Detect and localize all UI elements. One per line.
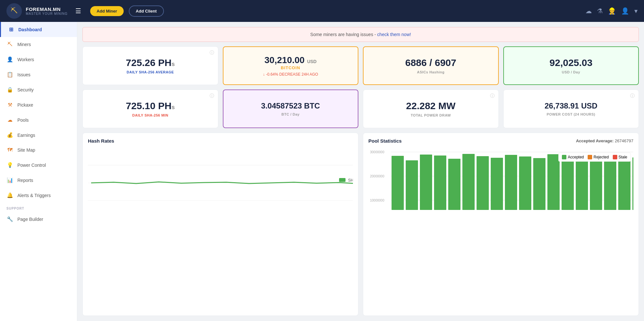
alert-link[interactable]: check them now!: [377, 32, 411, 37]
sidebar-item-label: Reports: [17, 178, 33, 183]
support-section-label: SUPPORT: [0, 203, 77, 212]
info-icon-3[interactable]: ⓘ: [490, 93, 495, 99]
alerts-icon: 🔔: [6, 192, 14, 198]
app-title: FOREMAN.MN: [26, 6, 68, 12]
rejected-label: Rejected: [593, 155, 609, 159]
svg-rect-24: [576, 157, 588, 210]
sitemap-icon: 🗺: [6, 147, 14, 153]
sidebar-item-workers[interactable]: 👤 Workers: [0, 52, 77, 67]
hash-rates-chart: Hash Rates SHA-256: [82, 133, 358, 316]
usd-day-value: 92,025.03: [550, 57, 592, 68]
nav-right-icons: ☁ ⚗ 👷 👤 ▾: [585, 7, 638, 15]
btc-price-value: 30,210.00 USD: [264, 55, 317, 65]
sha256-min-value: 725.10 PHs: [126, 100, 175, 111]
sidebar-item-label: Earnings: [17, 133, 35, 138]
sidebar-item-powercontrol[interactable]: 💡 Power Control: [0, 157, 77, 173]
sidebar-item-label: Page Builder: [17, 217, 43, 222]
svg-rect-25: [590, 156, 602, 210]
stat-card-btc-day: 3.04587523 BTC BTC / Day: [223, 90, 359, 128]
svg-rect-26: [604, 155, 616, 210]
sidebar-item-label: Pickaxe: [17, 102, 33, 108]
sidebar-item-label: Miners: [17, 42, 31, 47]
sha256-avg-value: 725.26 PHs: [126, 57, 175, 68]
sidebar-item-miners[interactable]: ⛏ Miners: [0, 37, 77, 52]
sidebar-item-security[interactable]: 🔒 Security: [0, 82, 77, 97]
hash-rates-title: Hash Rates: [88, 138, 114, 144]
power-control-icon: 💡: [6, 162, 14, 168]
pool-legend: Accepted Rejected Stale: [558, 153, 631, 162]
info-icon[interactable]: ⓘ: [210, 50, 214, 56]
sidebar-item-earnings[interactable]: 💰 Earnings: [0, 127, 77, 143]
svg-rect-11: [392, 156, 404, 210]
svg-rect-13: [420, 155, 432, 210]
svg-text:30000000: 30000000: [370, 150, 384, 154]
alert-text: Some miners are having issues -: [310, 32, 377, 37]
sidebar-item-sitemap[interactable]: 🗺 Site Map: [0, 143, 77, 157]
usd-day-label: USD / Day: [562, 70, 580, 74]
main-content: Some miners are having issues - check th…: [77, 22, 644, 321]
cloud-icon[interactable]: ☁: [585, 7, 592, 15]
miners-icon: ⛏: [6, 42, 14, 47]
asics-label: ASICs Hashing: [417, 70, 444, 74]
pagebuilder-icon: 🔧: [6, 216, 14, 222]
pickaxe-icon: ⚒: [6, 102, 14, 108]
sidebar-item-label: Security: [17, 87, 34, 92]
accepted-label: Accepted: [568, 155, 584, 159]
sidebar-item-pickaxe[interactable]: ⚒ Pickaxe: [0, 97, 77, 112]
sidebar-item-pools[interactable]: ☁ Pools: [0, 112, 77, 127]
dashboard-icon: ⊞: [7, 26, 14, 33]
pool-stats-title: Pool Statistics: [368, 138, 402, 144]
bitcoin-label: BITCOIN: [281, 65, 300, 70]
svg-rect-19: [505, 155, 517, 210]
hash-rates-area: SHA-256: [88, 147, 353, 310]
sidebar-item-alerts[interactable]: 🔔 Alerts & Triggers: [0, 188, 77, 203]
sidebar: ⊞ Dashboard ⛏ Miners 👤 Workers 📋 Issues …: [0, 22, 77, 321]
power-cost-value: 26,738.91 USD: [545, 101, 597, 110]
accepted-color: [562, 155, 566, 159]
power-label: TOTAL POWER DRAW: [411, 113, 451, 117]
add-client-button[interactable]: Add Client: [129, 5, 164, 17]
info-icon-2[interactable]: ⓘ: [210, 93, 214, 99]
sidebar-item-label: Workers: [17, 57, 34, 62]
svg-text:SHA-256: SHA-256: [348, 178, 353, 183]
sidebar-item-label: Pools: [17, 118, 29, 123]
user-hat-icon[interactable]: 👷: [608, 7, 616, 15]
hash-rates-svg: SHA-256: [88, 147, 353, 218]
sidebar-item-pagebuilder[interactable]: 🔧 Page Builder: [0, 212, 77, 227]
accepted-avg-label: Accepted Average:: [576, 138, 614, 143]
reports-icon: 📊: [6, 177, 14, 183]
user-profile-icon[interactable]: 👤: [621, 7, 629, 15]
main-layout: ⊞ Dashboard ⛏ Miners 👤 Workers 📋 Issues …: [0, 22, 644, 321]
sidebar-item-label: Power Control: [17, 163, 46, 168]
top-navigation: ⛏ FOREMAN.MN MASTER YOUR MINING ☰ Add Mi…: [0, 0, 644, 22]
sidebar-item-issues[interactable]: 📋 Issues: [0, 67, 77, 82]
charts-row: Hash Rates SHA-256: [82, 133, 639, 316]
alert-banner: Some miners are having issues - check th…: [82, 27, 639, 42]
sidebar-item-label: Site Map: [17, 147, 35, 153]
app-subtitle: MASTER YOUR MINING: [26, 12, 68, 15]
svg-rect-12: [406, 160, 418, 210]
logo: ⛏ FOREMAN.MN MASTER YOUR MINING: [6, 3, 68, 19]
svg-rect-16: [462, 154, 475, 210]
chevron-down-icon[interactable]: ▾: [634, 7, 638, 15]
info-icon-4[interactable]: ⓘ: [630, 93, 635, 99]
sha256-min-label: DAILY SHA-256 MIN: [132, 113, 168, 117]
sidebar-item-reports[interactable]: 📊 Reports: [0, 173, 77, 188]
svg-rect-18: [491, 158, 503, 210]
svg-rect-20: [519, 156, 531, 210]
stale-color: [613, 155, 617, 159]
stat-card-power: ⓘ 22.282 MW TOTAL POWER DRAW: [363, 90, 499, 128]
filter-icon[interactable]: ⚗: [597, 7, 603, 15]
hamburger-icon[interactable]: ☰: [75, 7, 81, 15]
stat-card-sha256-avg: ⓘ 725.26 PHs DAILY SHA-256 AVERAGE: [82, 46, 218, 85]
btc-day-label: BTC / Day: [281, 112, 299, 116]
sidebar-item-dashboard[interactable]: ⊞ Dashboard: [0, 22, 77, 37]
svg-rect-3: [339, 178, 346, 182]
earnings-icon: 💰: [6, 132, 14, 138]
sidebar-item-label: Alerts & Triggers: [17, 193, 51, 198]
asics-value: 6886 / 6907: [405, 57, 456, 68]
svg-text:20000000: 20000000: [370, 175, 384, 178]
pool-stats-accepted-avg: Accepted Average: 26746797: [576, 138, 633, 143]
add-miner-button[interactable]: Add Miner: [90, 6, 124, 16]
accepted-avg-value: 26746797: [615, 138, 633, 143]
